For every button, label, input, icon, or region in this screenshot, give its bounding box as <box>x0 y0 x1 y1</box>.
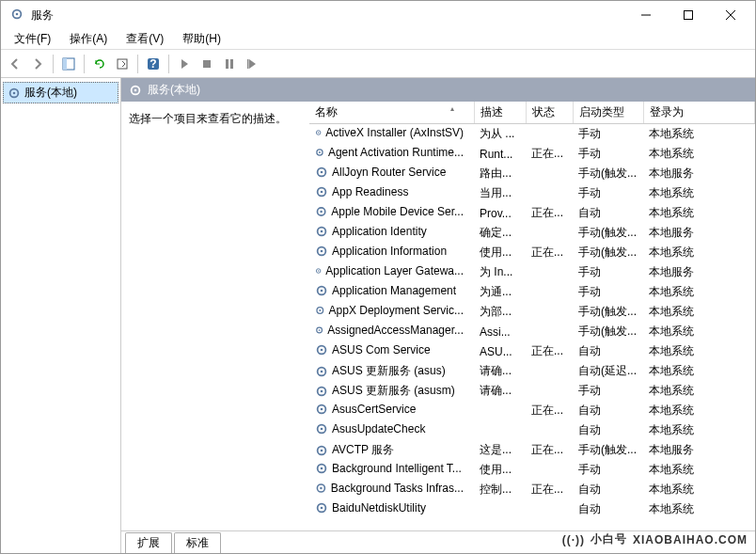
service-row[interactable]: ActiveX Installer (AxInstSV)为从 ...手动本地系统 <box>309 124 755 145</box>
pause-service-button[interactable] <box>219 54 240 74</box>
service-logon: 本地系统 <box>643 480 755 499</box>
tab-extended[interactable]: 扩展 <box>125 532 172 553</box>
service-status: 正在... <box>526 341 573 361</box>
col-status[interactable]: 状态 <box>526 102 573 124</box>
service-name: Apple Mobile Device Ser... <box>309 203 469 220</box>
menu-action[interactable]: 操作(A) <box>60 29 117 49</box>
close-button[interactable] <box>709 2 751 28</box>
service-name: BaiduNetdiskUtility <box>309 499 469 516</box>
service-row[interactable]: Background Tasks Infras...控制...正在...自动本地… <box>309 480 755 499</box>
service-row[interactable]: ASUS Com ServiceASU...正在...自动本地系统 <box>309 341 755 361</box>
col-name[interactable]: 名称 <box>309 102 474 124</box>
description-prompt: 选择一个项目来查看它的描述。 <box>129 112 287 125</box>
col-desc[interactable]: 描述 <box>474 102 526 124</box>
service-row[interactable]: AsusCertService正在...自动本地系统 <box>309 401 755 420</box>
svg-point-34 <box>318 270 319 271</box>
service-row[interactable]: ASUS 更新服务 (asus)请确...自动(延迟...本地系统 <box>309 361 755 381</box>
service-row[interactable]: Background Intelligent T...使用...手动本地系统 <box>309 460 755 480</box>
service-desc: 使用... <box>474 460 526 480</box>
service-desc: ASU... <box>474 341 526 361</box>
service-status <box>526 262 573 282</box>
svg-text:?: ? <box>150 57 156 71</box>
service-desc <box>474 420 526 440</box>
service-desc: 为通... <box>474 282 526 302</box>
service-row[interactable]: AssignedAccessManager...Assi...手动(触发...本… <box>309 322 755 341</box>
service-logon: 本地系统 <box>643 499 755 519</box>
services-list[interactable]: 名称 描述 状态 启动类型 登录为 ActiveX Installer (AxI… <box>309 102 755 530</box>
service-row[interactable]: Application Identity确定...手动(触发...本地服务 <box>309 223 755 243</box>
service-desc: Prov... <box>474 203 526 223</box>
service-desc: 使用... <box>474 243 526 262</box>
service-start: 手动 <box>573 460 643 480</box>
menu-file[interactable]: 文件(F) <box>5 29 60 49</box>
service-logon: 本地服务 <box>643 164 755 183</box>
service-row[interactable]: AsusUpdateCheck自动本地系统 <box>309 420 755 440</box>
service-row[interactable]: Agent Activation Runtime...Runt...正在...手… <box>309 144 755 164</box>
service-row[interactable]: Application Layer Gatewa...为 In...手动本地服务 <box>309 262 755 282</box>
maximize-button[interactable] <box>667 2 709 28</box>
service-logon: 本地系统 <box>643 420 755 440</box>
service-start: 自动 <box>573 499 643 519</box>
service-row[interactable]: AVCTP 服务这是...正在...手动(触发...本地服务 <box>309 440 755 460</box>
service-row[interactable]: Application Management为通...手动本地系统 <box>309 282 755 302</box>
service-status <box>526 361 573 381</box>
help-button[interactable]: ? <box>143 54 164 74</box>
service-logon: 本地系统 <box>643 341 755 361</box>
menu-view[interactable]: 查看(V) <box>117 29 173 49</box>
col-logon[interactable]: 登录为 <box>643 102 755 124</box>
minimize-button[interactable] <box>624 2 667 28</box>
service-status: 正在... <box>526 203 573 223</box>
svg-rect-14 <box>247 59 249 69</box>
service-row[interactable]: Apple Mobile Device Ser...Prov...正在...自动… <box>309 203 755 223</box>
window-title: 服务 <box>31 8 624 24</box>
service-name: AsusCertService <box>309 401 469 418</box>
start-service-button[interactable] <box>174 54 195 74</box>
service-start: 自动 <box>573 420 643 440</box>
back-button[interactable] <box>5 54 25 74</box>
service-status <box>526 420 573 440</box>
service-logon: 本地系统 <box>643 361 755 381</box>
service-row[interactable]: ASUS 更新服务 (asusm)请确...手动本地系统 <box>309 381 755 401</box>
export-button[interactable] <box>112 54 133 74</box>
svg-point-36 <box>321 290 323 293</box>
service-status: 正在... <box>526 144 573 164</box>
service-row[interactable]: BaiduNetdiskUtility自动本地系统 <box>309 499 755 519</box>
service-desc: 确定... <box>474 223 526 243</box>
svg-point-44 <box>321 370 323 372</box>
tab-standard[interactable]: 标准 <box>174 532 221 553</box>
service-status: 正在... <box>526 401 573 420</box>
service-desc: 为从 ... <box>474 124 526 145</box>
toolbar: ? <box>1 50 755 78</box>
forward-button[interactable] <box>27 54 48 74</box>
svg-rect-7 <box>63 58 67 70</box>
service-row[interactable]: App Readiness当用...手动本地系统 <box>309 183 755 203</box>
col-start[interactable]: 启动类型 <box>573 102 643 124</box>
tree-pane[interactable]: 服务(本地) <box>1 78 121 553</box>
stop-service-button[interactable] <box>197 54 217 74</box>
service-desc <box>474 499 526 519</box>
show-hide-tree-button[interactable] <box>58 54 79 74</box>
service-name: AssignedAccessManager... <box>309 322 469 339</box>
service-logon: 本地系统 <box>643 401 755 420</box>
separator <box>137 55 138 73</box>
service-name: Background Intelligent T... <box>309 460 469 477</box>
service-status: 正在... <box>526 480 573 499</box>
service-row[interactable]: Application Information使用...正在...手动(触发..… <box>309 243 755 262</box>
service-row[interactable]: AppX Deployment Servic...为部...手动(触发...本地… <box>309 302 755 322</box>
column-headers[interactable]: 名称 描述 状态 启动类型 登录为 <box>309 102 755 124</box>
restart-service-button[interactable] <box>242 54 262 74</box>
service-name: Application Information <box>309 243 469 260</box>
refresh-button[interactable] <box>89 54 110 74</box>
service-name: AppX Deployment Servic... <box>309 302 469 319</box>
service-name: AsusUpdateCheck <box>309 420 469 437</box>
service-row[interactable]: AllJoyn Router Service路由...手动(触发...本地服务 <box>309 164 755 183</box>
service-logon: 本地系统 <box>643 203 755 223</box>
menu-help[interactable]: 帮助(H) <box>173 29 230 49</box>
service-desc: Assi... <box>474 322 526 341</box>
svg-point-58 <box>321 507 323 510</box>
svg-point-48 <box>321 408 323 411</box>
tree-item-services-local[interactable]: 服务(本地) <box>3 82 118 103</box>
service-name: ASUS Com Service <box>309 341 469 358</box>
description-pane: 选择一个项目来查看它的描述。 <box>121 102 309 530</box>
service-status <box>526 381 573 401</box>
